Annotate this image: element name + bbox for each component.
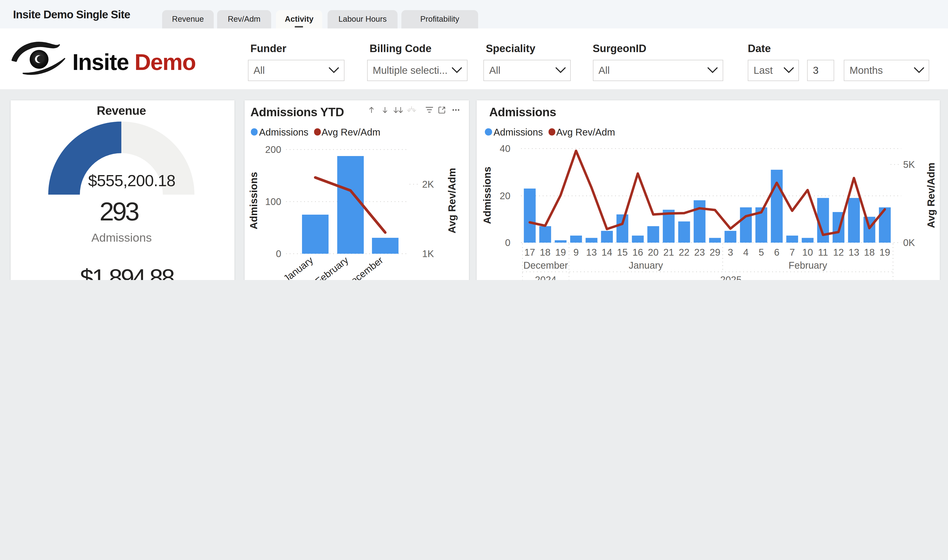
svg-text:23: 23 (694, 247, 705, 258)
svg-text:19: 19 (879, 247, 890, 258)
svg-text:3: 3 (728, 247, 733, 258)
svg-text:January: January (629, 260, 663, 271)
svg-text:200: 200 (265, 144, 281, 155)
svg-text:18: 18 (864, 247, 875, 258)
svg-text:40: 40 (500, 143, 511, 154)
svg-text:20: 20 (648, 247, 659, 258)
svg-text:9: 9 (573, 247, 579, 258)
svg-text:17: 17 (525, 247, 535, 258)
svg-text:1K: 1K (422, 248, 434, 259)
svg-text:2024: 2024 (535, 274, 557, 280)
svg-text:2025: 2025 (720, 274, 742, 280)
svg-text:16: 16 (633, 247, 643, 258)
svg-text:12: 12 (833, 247, 844, 258)
svg-text:December: December (523, 260, 568, 271)
svg-text:2K: 2K (422, 179, 434, 189)
svg-text:5K: 5K (903, 159, 915, 170)
svg-text:11: 11 (818, 247, 828, 258)
svg-text:0: 0 (505, 237, 511, 248)
svg-text:13: 13 (849, 247, 859, 258)
svg-text:15: 15 (617, 247, 628, 258)
svg-text:4: 4 (743, 247, 748, 258)
svg-text:13: 13 (586, 247, 597, 258)
svg-text:19: 19 (555, 247, 566, 258)
svg-text:Avg Rev/Adm: Avg Rev/Adm (446, 168, 458, 234)
svg-text:5: 5 (759, 247, 764, 258)
svg-text:21: 21 (663, 247, 674, 258)
svg-text:February: February (313, 255, 350, 280)
svg-text:0: 0 (276, 248, 281, 259)
svg-text:100: 100 (265, 196, 281, 207)
svg-text:0K: 0K (903, 237, 915, 248)
svg-text:18: 18 (540, 247, 551, 258)
svg-text:22: 22 (679, 247, 689, 258)
svg-text:20: 20 (500, 191, 511, 201)
svg-text:10: 10 (802, 247, 813, 258)
svg-text:Admissions: Admissions (248, 172, 259, 229)
svg-text:December: December (343, 255, 385, 280)
svg-text:6: 6 (774, 247, 779, 258)
svg-text:January: January (282, 255, 315, 280)
svg-text:Avg Rev/Adm: Avg Rev/Adm (925, 163, 937, 228)
svg-text:February: February (788, 260, 827, 271)
svg-text:14: 14 (602, 247, 613, 258)
svg-text:Admissions: Admissions (482, 167, 493, 224)
svg-text:7: 7 (789, 247, 795, 258)
svg-text:29: 29 (709, 247, 720, 258)
